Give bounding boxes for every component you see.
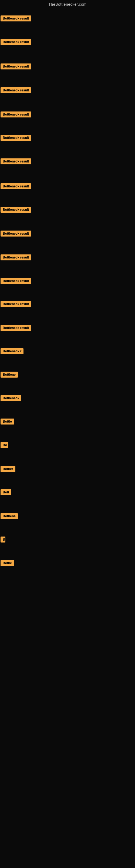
bottleneck-result-badge[interactable]: Bott — [1, 489, 11, 495]
bottleneck-badge-container-12: Bottleneck result — [1, 278, 31, 285]
bottleneck-result-badge[interactable]: Bottleneck result — [1, 87, 31, 93]
bottleneck-badge-container-4: Bottleneck result — [1, 87, 31, 94]
bottleneck-badge-container-24: Bottle — [1, 560, 14, 567]
bottleneck-result-badge[interactable]: Bottleneck result — [1, 135, 31, 141]
bottleneck-badge-container-17: Bottleneck — [1, 395, 21, 402]
bottleneck-result-badge[interactable]: Bottleneck result — [1, 278, 31, 284]
bottleneck-result-badge[interactable]: Bo — [1, 442, 8, 448]
bottleneck-result-badge[interactable]: B — [1, 536, 5, 542]
site-title: TheBottlenecker.com — [0, 0, 135, 9]
bottleneck-badge-container-2: Bottleneck result — [1, 39, 31, 46]
bottleneck-badge-container-11: Bottleneck result — [1, 254, 31, 261]
bottleneck-result-badge[interactable]: Bottleneck r — [1, 348, 24, 354]
bottleneck-result-badge[interactable]: Bottleneck result — [1, 63, 31, 69]
bottleneck-badge-container-23: B — [1, 536, 5, 544]
bottleneck-result-badge[interactable]: Bottleneck result — [1, 158, 31, 164]
bottleneck-result-badge[interactable]: Bottler — [1, 466, 15, 472]
bottleneck-result-badge[interactable]: Bottleneck result — [1, 207, 31, 213]
bottleneck-result-badge[interactable]: Bottlene — [1, 372, 18, 378]
bottleneck-badge-container-5: Bottleneck result — [1, 112, 31, 119]
bottleneck-badge-container-22: Bottlene — [1, 513, 18, 520]
bottleneck-result-badge[interactable]: Bottle — [1, 560, 14, 566]
bottleneck-result-badge[interactable]: Bottleneck result — [1, 325, 31, 331]
bottleneck-badge-container-3: Bottleneck result — [1, 63, 31, 70]
bottleneck-result-badge[interactable]: Bottleneck result — [1, 301, 31, 307]
bottleneck-badge-container-20: Bottler — [1, 466, 15, 473]
bottleneck-badge-container-13: Bottleneck result — [1, 301, 31, 308]
bottleneck-badge-container-19: Bo — [1, 442, 8, 449]
bottleneck-badge-container-6: Bottleneck result — [1, 135, 31, 142]
bottleneck-badge-container-1: Bottleneck result — [1, 16, 31, 23]
bottleneck-badge-container-15: Bottleneck r — [1, 348, 24, 355]
bottleneck-result-badge[interactable]: Bottleneck result — [1, 16, 31, 22]
bottleneck-badge-container-7: Bottleneck result — [1, 158, 31, 165]
bottleneck-badge-container-16: Bottlene — [1, 372, 18, 379]
bottleneck-badge-container-14: Bottleneck result — [1, 325, 31, 332]
bottleneck-result-badge[interactable]: Bottleneck result — [1, 112, 31, 118]
bottleneck-result-badge[interactable]: Bottleneck result — [1, 183, 31, 189]
bottleneck-badge-container-9: Bottleneck result — [1, 207, 31, 214]
bottleneck-result-badge[interactable]: Bottleneck result — [1, 230, 31, 237]
bottleneck-badge-container-10: Bottleneck result — [1, 230, 31, 238]
bottleneck-result-badge[interactable]: Bottleneck result — [1, 254, 31, 260]
bottleneck-badge-container-8: Bottleneck result — [1, 183, 31, 190]
bottleneck-result-badge[interactable]: Bottle — [1, 418, 14, 425]
bottleneck-result-badge[interactable]: Bottlene — [1, 513, 18, 519]
bottleneck-result-badge[interactable]: Bottleneck — [1, 395, 21, 401]
bottleneck-result-badge[interactable]: Bottleneck result — [1, 39, 31, 45]
bottleneck-badge-container-18: Bottle — [1, 418, 14, 426]
bottleneck-badge-container-21: Bott — [1, 489, 11, 496]
